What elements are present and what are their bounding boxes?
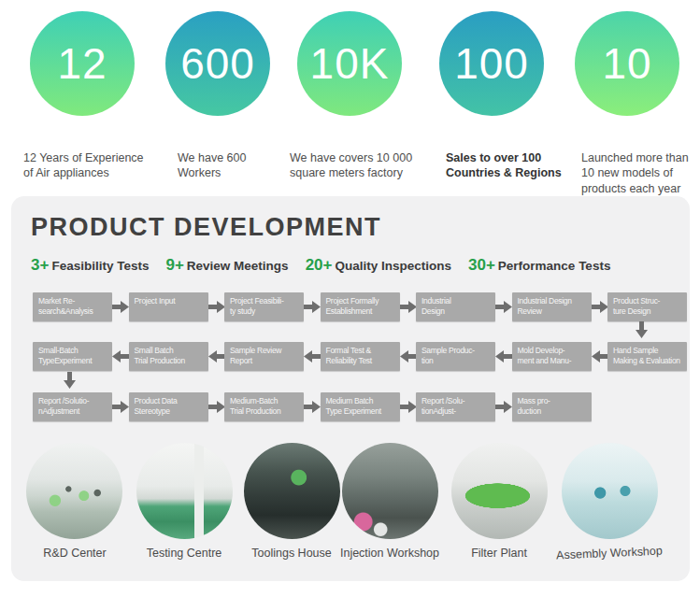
company-overview-page: 12 600 10K 100 10 12 Years of Experience… [0,0,700,597]
metric-review: 9+ Review Meetings [165,256,288,275]
flow-row-3: Report /Solutio- nAdjustment Product Dat… [33,392,592,421]
flow-row-1: Market Re- search&Analysis Project Input… [33,292,687,321]
arrow-left-icon [400,342,417,371]
stat-circle-models: 10 [575,11,679,116]
flow-step: Project Input [129,292,208,321]
stat-caption: Sales to over 100 Countries & Regions [446,150,595,182]
metric-count: 9+ [165,256,183,275]
photo-filter-plant [451,443,548,539]
flow-step: Industrial Design Review [512,292,592,321]
flow-row-2: Small-Batch TypeExperiment Small Batch T… [33,342,687,371]
metric-count: 30+ [468,256,495,275]
metric-label: Review Meetings [187,259,289,273]
arrow-left-icon [208,342,225,371]
stat-caption: Launched more than 10 new models of prod… [581,150,700,198]
arrow-right-icon [400,392,417,421]
arrow-down-icon [636,321,648,342]
arrow-right-icon [400,292,417,321]
metric-count: 3+ [31,256,49,275]
arrow-left-icon [304,342,321,371]
product-development-card: PRODUCT DEVELOPMENT 3+ Feasibility Tests… [11,196,690,581]
flow-step: Sample Review Report [224,342,304,371]
stat-value: 10 [602,38,651,89]
stat-value: 10K [310,38,390,89]
stat-value: 600 [180,38,255,89]
stat-value: 100 [454,38,529,89]
arrow-right-icon [495,392,512,421]
flow-step: Hand Sample Making & Evaluation [607,342,687,371]
metric-label: Performance Tests [498,259,611,273]
arrow-right-icon [208,392,225,421]
flow-step: Small-Batch TypeExperiment [33,342,112,371]
metric-count: 20+ [306,256,333,275]
photo-rd-center [26,443,122,539]
arrow-left-icon [495,342,512,371]
metric-label: Quality Inspections [335,259,451,273]
photo-assembly-workshop [562,443,658,539]
flow-step: Formal Test & Reliability Test [321,342,400,371]
flow-step: Project Feasibili- ty study [224,292,304,321]
flow-step: Small Batch Trial Production [129,342,208,371]
stat-circle-workers: 600 [165,11,270,116]
photo-toolings-house [244,443,340,539]
stat-circle-years: 12 [30,11,135,116]
flow-step: Product Struc- ture Design [607,292,687,321]
flow-step: Industrial Design [416,292,495,321]
arrow-right-icon [495,292,512,321]
flow-step: Sample Produc- tion [416,342,495,371]
flow-step: Medium Batch Type Experiment [321,392,400,421]
metric-feasibility: 3+ Feasibility Tests [31,256,149,275]
flow-step: Report /Solutio- nAdjustment [33,392,112,421]
arrow-right-icon [112,292,129,321]
arrow-right-icon [112,392,129,421]
stat-caption: 12 Years of Experience of Air appliances [23,150,173,182]
flow-step: Project Formally Establishment [321,292,400,321]
arrow-right-icon [304,392,321,421]
stat-caption: We have covers 10 000 square meters fact… [290,150,439,182]
pd-metrics: 3+ Feasibility Tests 9+ Review Meetings … [31,256,610,275]
photo-testing-centre [136,443,233,539]
metric-label: Feasibility Tests [51,259,149,273]
arrow-left-icon [592,342,608,371]
arrow-right-icon [592,292,608,321]
flow-step: Mold Develop- ment and Manu- [512,342,592,371]
stat-circle-factory: 10K [297,11,402,116]
metric-performance: 30+ Performance Tests [468,256,610,275]
flow-step: Market Re- search&Analysis [33,292,112,321]
arrow-left-icon [112,342,129,371]
arrow-right-icon [304,292,321,321]
flow-step: Medium-Batch Trial Production [224,392,304,421]
metric-quality: 20+ Quality Inspections [306,256,451,275]
photo-injection-workshop [342,443,438,539]
flow-step: Product Data Stereotype [129,392,208,421]
stat-value: 12 [57,38,107,89]
flow-step: Mass pro- duction [512,392,592,421]
arrow-down-icon [64,372,76,392]
stat-circle-countries: 100 [439,11,544,116]
section-title: PRODUCT DEVELOPMENT [31,213,381,242]
arrow-right-icon [208,292,225,321]
flow-step: Report /Solu- tionAdjust- [416,392,495,421]
